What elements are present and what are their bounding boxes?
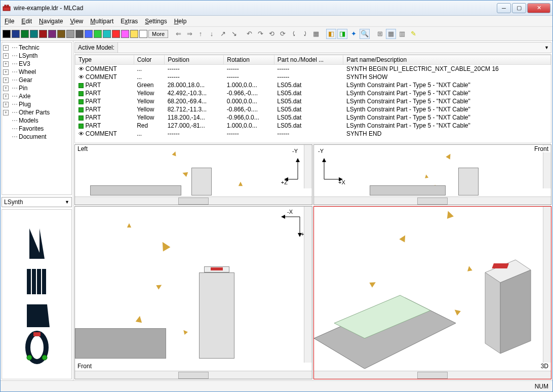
grid-icon[interactable]: ⊞ [375,29,385,39]
tree-item[interactable]: +⋯Gear [3,76,70,84]
rotate-icon[interactable]: ↷ [255,29,265,39]
color-swatch[interactable] [103,30,111,38]
table-row[interactable]: PARTYellow68.200,-69.4...0.000,0.0...LS0… [75,97,551,105]
table-row[interactable]: 👁 COMMENT...------------------SYNTH BEGI… [75,65,551,73]
expand-icon[interactable]: + [3,45,9,51]
color-swatch[interactable] [94,30,102,38]
rotate-icon[interactable]: ⟲ [266,29,276,39]
color-swatch[interactable] [112,30,120,38]
table-row[interactable]: 👁 COMMENT...------------------SYNTH SHOW [75,73,551,81]
scrollbar-v[interactable] [304,207,312,363]
view-mode-icon[interactable]: ◨ [337,29,347,39]
tree-item[interactable]: +⋯Other Parts [3,108,70,116]
zoom-icon[interactable]: 🔍 [360,29,370,39]
tree-item[interactable]: +⋯EV3 [3,60,70,68]
scrollbar-v[interactable] [543,207,551,363]
more-colors-button[interactable]: More [148,30,168,38]
column-header[interactable]: Part name/Description [343,55,551,65]
table-row[interactable]: 👁 COMMENT...------------------SYNTH END [75,130,551,138]
snap-icon[interactable]: ✦ [348,29,359,39]
rotate-icon[interactable]: ↶ [244,29,254,39]
menu-file[interactable]: File [5,18,14,25]
viewport-front-top[interactable]: Front -Y +X [313,144,551,205]
column-header[interactable]: Color [134,55,165,65]
tree-item[interactable]: ⋯Models [3,116,70,125]
column-header[interactable]: Position [165,55,224,65]
viewport-3d[interactable]: 3D [313,206,551,379]
grid-icon[interactable]: ▥ [397,29,407,39]
menu-settings[interactable]: Settings [145,18,167,25]
tree-item[interactable]: +⋯Plug [3,100,70,108]
expand-icon[interactable]: + [3,69,9,75]
view-mode-icon[interactable]: ◧ [326,29,336,39]
color-swatch[interactable] [48,30,56,38]
tool-icon[interactable]: ⇐ [173,29,183,39]
tree-item[interactable]: +⋯LSynth [3,52,70,60]
expand-icon[interactable]: + [3,110,9,115]
menu-extras[interactable]: Extras [121,18,138,25]
tree-item[interactable]: ⋯Document [3,133,70,141]
expand-icon[interactable]: + [3,102,9,107]
category-dropdown[interactable]: LSynth ▼ [2,197,72,207]
menu-view[interactable]: View [70,18,83,25]
color-swatch[interactable] [85,30,93,38]
expand-icon[interactable]: + [3,86,9,91]
tree-item[interactable]: +⋯Technic [3,44,70,52]
color-swatch[interactable] [57,30,65,38]
parts-tree[interactable]: +⋯Technic+⋯LSynth+⋯EV3+⋯Wheel+⋯Gear+⋯Pin… [2,42,72,195]
tool-icon[interactable]: ↗ [218,29,228,39]
color-swatch[interactable] [75,30,84,38]
column-header[interactable]: Rotation [224,55,274,65]
tool-icon[interactable]: ↑ [195,29,206,39]
scrollbar-h[interactable] [314,371,551,379]
table-row[interactable]: PARTGreen28.000,18.0...1.000,0.0...LS05.… [75,81,551,89]
minimize-button[interactable]: ─ [497,3,511,13]
color-swatch[interactable] [121,30,129,38]
menu-multipart[interactable]: Multipart [90,18,113,25]
maximize-button[interactable]: ▢ [512,3,526,13]
tool-icon[interactable]: ⇒ [184,29,194,39]
column-header[interactable]: Part no./Model ... [274,55,343,65]
part-preview[interactable] [2,209,72,379]
color-swatch[interactable] [66,30,74,38]
menu-help[interactable]: Help [174,18,187,25]
table-row[interactable]: PARTYellow42.492,-10.3...-0.966,-0....LS… [75,89,551,97]
scrollbar-v[interactable] [304,145,312,188]
table-row[interactable]: PARTRed127.000,-81...1.000,0.0...LS05.da… [75,122,551,130]
color-swatch[interactable] [3,30,11,38]
table-row[interactable]: PARTYellow82.712,-11.3...-0.866,-0....LS… [75,105,551,113]
tool-icon[interactable]: ↘ [229,29,239,39]
tool-icon[interactable]: ↓ [207,29,217,39]
expand-icon[interactable]: + [3,77,9,83]
edit-icon[interactable]: ✎ [408,29,418,39]
color-swatch[interactable] [21,30,29,38]
color-swatch[interactable] [30,30,38,38]
rotate-icon[interactable]: ⤸ [300,29,310,39]
expand-icon[interactable]: + [3,94,9,99]
tree-item[interactable]: +⋯Wheel [3,68,70,76]
calc-icon[interactable]: ▦ [311,29,321,39]
expand-icon[interactable]: + [3,53,9,59]
rotate-icon[interactable]: ⤹ [289,29,299,39]
scrollbar-h[interactable] [314,197,551,205]
chevron-down-icon[interactable]: ▼ [542,45,551,50]
viewport-left[interactable]: Left -Y +Z [74,144,312,205]
rotate-icon[interactable]: ⟳ [278,29,288,39]
tree-item[interactable]: ⋯Favorites [3,125,70,133]
scrollbar-h[interactable] [75,371,312,379]
menu-edit[interactable]: Edit [21,18,32,25]
parts-list[interactable]: TypeColorPositionRotationPart no./Model … [74,54,551,143]
color-swatch[interactable] [130,30,138,38]
tree-item[interactable]: +⋯Axle [3,92,70,100]
color-swatch[interactable] [139,30,147,38]
color-swatch[interactable] [39,30,47,38]
tree-item[interactable]: +⋯Pin [3,84,70,92]
table-row[interactable]: PARTYellow118.200,-14...-0.966,0.0...LS0… [75,113,551,122]
close-button[interactable]: ✕ [527,3,550,13]
scrollbar-h[interactable] [75,197,312,205]
column-header[interactable]: Type [75,55,134,65]
color-swatch[interactable] [12,30,20,38]
expand-icon[interactable]: + [3,61,9,67]
grid-icon[interactable]: ▦ [386,29,396,39]
menu-navigate[interactable]: Navigate [39,18,63,25]
